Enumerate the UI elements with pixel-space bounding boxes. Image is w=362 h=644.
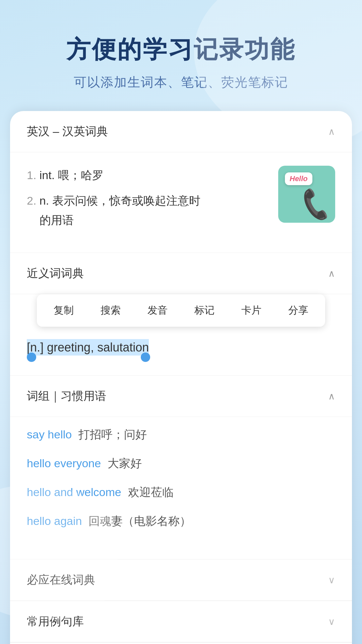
audio-example-section: 听力原声例句 + [10,643,352,644]
phrase-en-2: hello and welcome [27,486,121,499]
phrase-en-3: hello again [27,515,82,528]
phrase-zh-2: 欢迎莅临 [128,485,174,500]
context-menu-search[interactable]: 搜索 [87,301,134,320]
phone-icon: 📞 [297,186,335,223]
phrase-item-3[interactable]: hello again 回魂妻（电影名称） [27,514,335,529]
phrase-en-0: say hello [27,428,72,441]
biying-dict-chevron-icon: ∨ [328,575,335,586]
example-lib-section-header[interactable]: 常用例句库 ∨ [10,601,352,642]
selected-text: [n.] greeting, salutation [27,339,149,356]
biying-dict-section: 必应在线词典 ∨ [10,559,352,601]
selected-text-area: [n.] greeting, salutation [10,327,352,375]
header-section: 方便的学习记录功能 可以添加生词本、笔记、荧光笔标记 [0,0,362,111]
dict-section-title: 英汉 – 汉英词典 [27,124,108,139]
hello-image-inner: Hello 📞 [278,166,335,223]
phrases-content: say hello 打招呼；问好 hello everyone 大家好 hell… [10,417,352,559]
context-menu-copy[interactable]: 复制 [40,301,87,320]
biying-dict-title: 必应在线词典 [27,572,95,588]
biying-dict-section-header[interactable]: 必应在线词典 ∨ [10,559,352,601]
dict-section-header[interactable]: 英汉 – 汉英词典 ∧ [10,111,352,152]
header-subtitle: 可以添加生词本、笔记、荧光笔标记 [20,74,342,91]
context-menu: 复制 搜索 发音 标记 卡片 分享 [37,294,325,327]
phrase-zh-3: 回魂妻（电影名称） [88,514,191,529]
synonyms-section-header[interactable]: 近义词词典 ∧ [10,253,352,294]
context-menu-mark[interactable]: 标记 [181,301,228,320]
dict-entry-section: 1. int. 喂；哈罗 2. n. 表示问候，惊奇或唤起注意时 的用语 Hel… [10,152,352,253]
phrase-item-2[interactable]: hello and welcome 欢迎莅临 [27,485,335,500]
context-menu-pronounce[interactable]: 发音 [134,301,181,320]
dict-def-2: 2. n. 表示问候，惊奇或唤起注意时 的用语 [27,191,268,230]
selection-handle-right [141,353,150,362]
phrase-zh-1: 大家好 [108,456,142,471]
main-card: 英汉 – 汉英词典 ∧ 1. int. 喂；哈罗 2. n. 表示问候，惊奇或唤… [10,111,352,644]
phrases-chevron-icon: ∧ [328,391,335,402]
example-lib-section: 常用例句库 ∨ [10,601,352,643]
phrases-section-title: 词组｜习惯用语 [27,388,106,404]
phrase-en-1: hello everyone [27,457,101,470]
dict-def-1: 1. int. 喂；哈罗 [27,166,268,185]
header-title: 方便的学习记录功能 [20,34,342,66]
phrase-item-1[interactable]: hello everyone 大家好 [27,456,335,471]
phrases-section-header[interactable]: 词组｜习惯用语 ∧ [10,376,352,417]
example-lib-title: 常用例句库 [27,614,84,629]
context-menu-share[interactable]: 分享 [275,301,322,320]
hello-bubble: Hello [285,172,312,185]
hello-image: Hello 📞 [278,166,335,223]
phrase-zh-0: 打招呼；问好 [78,427,147,442]
context-menu-card[interactable]: 卡片 [228,301,275,320]
selection-handle-left [27,353,36,362]
example-lib-chevron-icon: ∨ [328,616,335,627]
synonyms-chevron-icon: ∧ [328,268,335,279]
synonyms-section: 近义词词典 ∧ 复制 搜索 发音 标记 卡片 分享 [n.] greeting,… [10,253,352,376]
phrases-section: 词组｜习惯用语 ∧ say hello 打招呼；问好 hello everyon… [10,376,352,559]
synonyms-section-title: 近义词词典 [27,266,84,281]
dict-definitions: 1. int. 喂；哈罗 2. n. 表示问候，惊奇或唤起注意时 的用语 [27,166,268,236]
dict-chevron-icon: ∧ [328,126,335,137]
phrase-item-0[interactable]: say hello 打招呼；问好 [27,427,335,442]
